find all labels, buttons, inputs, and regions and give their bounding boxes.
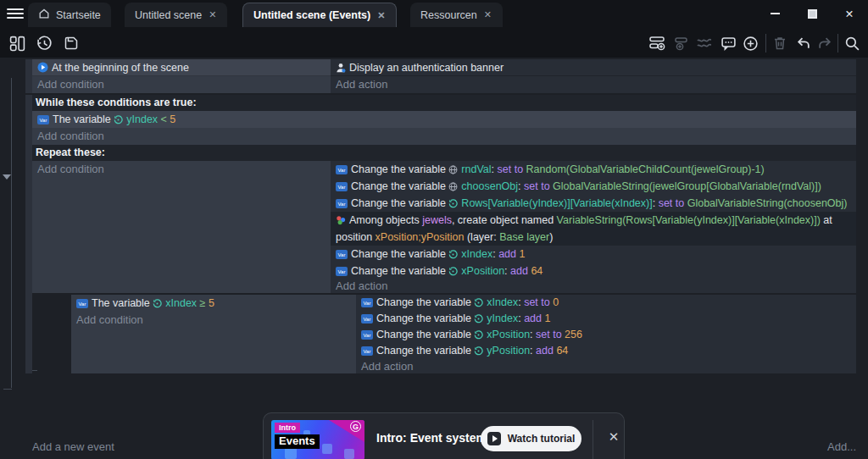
action-row[interactable]: VarChange the variable Rows[Variable(yIn… [331, 195, 856, 212]
text-segment: , create object named [452, 214, 557, 226]
close-window-icon[interactable]: ✕ [831, 0, 868, 27]
redo-icon[interactable] [815, 34, 834, 53]
text-segment: The variable [53, 113, 114, 125]
event-tree-tick [3, 389, 12, 390]
thumbnail-title: Events [275, 434, 320, 449]
add-action-link[interactable]: Add action [331, 279, 856, 293]
auth-icon [336, 63, 346, 73]
tab-ressourcen[interactable]: Ressourcen ✕ [410, 3, 503, 27]
editor-layout-icon[interactable] [8, 34, 26, 53]
text-segment: Change the variable [351, 180, 448, 192]
add-subevent-icon[interactable] [671, 34, 690, 53]
tab-untitled-scene[interactable]: Untitled scene ✕ [125, 3, 227, 27]
while-condition-row[interactable]: VarThe variable yIndex < 5 [32, 111, 856, 128]
tutorial-thumbnail[interactable]: G Intro Events [271, 420, 364, 459]
maximize-icon[interactable] [793, 0, 831, 27]
save-icon[interactable] [62, 34, 81, 53]
event-drag-handle[interactable] [25, 95, 32, 373]
add-event-icon[interactable] [648, 34, 666, 53]
watch-tutorial-label: Watch tutorial [508, 433, 576, 445]
tab-label: Startseite [56, 9, 101, 21]
condition-row[interactable]: At the beginning of the scene [32, 59, 331, 76]
event-tree-line [11, 78, 12, 388]
gdevelop-logo-icon: G [350, 421, 361, 432]
add-more-link[interactable]: Add... [827, 440, 856, 453]
svg-text:Var: Var [364, 301, 371, 306]
global-var-icon [448, 165, 458, 174]
action-row-selected[interactable]: Among objects jewels, create object name… [331, 212, 856, 246]
history-icon[interactable] [35, 34, 53, 53]
add-action-link[interactable]: Add action [331, 76, 856, 93]
undo-icon[interactable] [793, 34, 812, 53]
svg-text:Var: Var [338, 269, 346, 274]
add-more-icon[interactable] [741, 34, 760, 53]
add-condition-link[interactable]: Add condition [32, 128, 856, 145]
event-drag-handle[interactable] [25, 59, 32, 93]
search-icon[interactable] [843, 34, 861, 53]
add-action-link[interactable]: Add action [356, 359, 856, 373]
action-row[interactable]: VarChange the variable yPosition: add 64 [356, 343, 856, 359]
close-tab-icon[interactable]: ✕ [483, 9, 492, 20]
text-segment: At the beginning of the scene [52, 62, 189, 74]
text-segment: rndVal [461, 163, 491, 175]
svg-text:Var: Var [40, 118, 47, 123]
action-row[interactable]: VarChange the variable xPosition: add 64 [331, 263, 856, 279]
events-sheet: At the beginning of the scene Add condit… [0, 58, 868, 398]
action-row[interactable]: VarChange the variable xIndex: add 1 [331, 246, 856, 263]
var-badge-icon: Var [37, 115, 49, 124]
tab-untitled-scene-events[interactable]: Untitled scene (Events) ✕ [242, 3, 397, 27]
text-segment: Display an authentication banner [349, 62, 504, 74]
close-tab-icon[interactable]: ✕ [208, 9, 217, 20]
banner-divider [593, 420, 593, 459]
create-icon [336, 215, 346, 225]
banner-close-icon[interactable]: ✕ [602, 413, 626, 459]
delete-icon[interactable] [771, 34, 789, 53]
text-segment: choosenObj [461, 180, 518, 192]
comment-icon[interactable] [719, 34, 737, 53]
svg-text:Var: Var [338, 168, 346, 173]
svg-text:Var: Var [79, 301, 86, 307]
text-segment: Change the variable [376, 312, 474, 324]
menu-icon[interactable] [7, 6, 24, 21]
text-segment: 1 [545, 312, 551, 324]
text-segment: : [518, 180, 524, 192]
action-row[interactable]: VarChange the variable xPosition: set to… [356, 327, 856, 343]
scene-var-icon [448, 267, 458, 276]
scene-var-icon [474, 298, 483, 307]
toolbar: Preview Share [0, 27, 868, 58]
text-segment: add [536, 345, 556, 357]
text-segment: 5 [209, 297, 214, 309]
close-tab-icon[interactable]: ✕ [376, 10, 386, 21]
action-row[interactable]: VarChange the variable xIndex: set to 0 [356, 295, 856, 311]
text-segment: Among objects [349, 214, 422, 226]
tab-label: Untitled scene (Events) [253, 9, 370, 21]
action-row[interactable]: VarChange the variable yIndex: add 1 [356, 311, 856, 327]
text-segment: Rows[Variable(yIndex)][Variable(xIndex)] [461, 197, 652, 209]
text-segment: 256 [565, 329, 582, 340]
home-icon [38, 8, 50, 22]
text-segment: 0 [553, 296, 559, 308]
condition-row[interactable]: VarThe variable xIndex ≥ 5 [71, 295, 356, 312]
global-var-icon [448, 182, 458, 191]
add-condition-link[interactable]: Add condition [71, 312, 356, 329]
repeat-header: Repeat these: [32, 145, 856, 161]
action-row[interactable]: VarChange the variable rndVal: set to Ra… [331, 161, 856, 178]
add-link-icon[interactable] [695, 34, 714, 53]
thumbnail-tag: Intro [275, 423, 300, 433]
add-new-event-link[interactable]: Add a new event [32, 440, 114, 453]
add-condition-link[interactable]: Add condition [32, 76, 331, 93]
minimize-icon[interactable] [756, 0, 793, 27]
tab-startseite[interactable]: Startseite [28, 3, 111, 27]
watch-tutorial-button[interactable]: Watch tutorial [481, 426, 581, 451]
text-segment: xPosition [487, 329, 530, 340]
title-bar: Startseite Untitled scene ✕ Untitled sce… [0, 0, 868, 27]
text-segment: 64 [556, 345, 568, 357]
var-badge-icon: Var [336, 165, 348, 174]
action-row[interactable]: VarChange the variable choosenObj: set t… [331, 178, 856, 195]
var-badge-icon: Var [361, 314, 373, 324]
svg-text:Var: Var [364, 333, 371, 338]
collapse-event-icon[interactable] [3, 174, 11, 180]
add-condition-link[interactable]: Add condition [32, 161, 331, 178]
text-segment: add [498, 248, 519, 260]
action-row[interactable]: Display an authentication banner [331, 59, 856, 76]
